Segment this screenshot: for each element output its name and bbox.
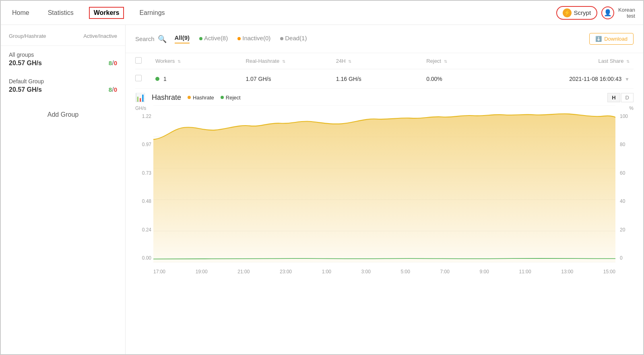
chart-btn-d[interactable]: D: [621, 93, 634, 102]
all-groups-inactive: 0: [114, 60, 117, 66]
chart-legend: Hashrate Reject: [188, 95, 241, 101]
default-group-stats: 20.57 GH/s 8/0: [9, 86, 117, 93]
nav-workers[interactable]: Workers: [89, 7, 124, 19]
lastshare-sort-icon[interactable]: ⇅: [626, 59, 630, 64]
chart-header: 📊 Hashrate Hashrate Reject H D: [135, 93, 634, 102]
nav-earnings[interactable]: Earnings: [136, 8, 168, 18]
active-dot: [199, 37, 202, 40]
row-real-hashrate: 1.07 GH/s: [246, 76, 336, 82]
header-24h[interactable]: 24H ⇅: [336, 58, 426, 64]
row-24h: 1.16 GH/s: [336, 76, 426, 82]
legend-hashrate: Hashrate: [188, 95, 214, 101]
download-button[interactable]: ⬇️ Download: [589, 33, 634, 45]
row-check[interactable]: [135, 75, 151, 83]
tab-active[interactable]: Active(8): [199, 35, 228, 43]
main-content: Search 🔍 All(9) Active(8) Inactive(0) De…: [126, 25, 643, 355]
search-icon[interactable]: 🔍: [158, 35, 167, 43]
legend-reject: Reject: [221, 95, 241, 101]
search-area[interactable]: Search 🔍: [135, 35, 167, 43]
scrypt-label: Scrypt: [574, 9, 591, 16]
scrypt-icon: ⚡: [563, 8, 572, 17]
user-sub: test: [618, 13, 635, 19]
default-group-active-inactive: 8/0: [109, 86, 117, 93]
sidebar-col-active: Active/Inactive: [63, 33, 118, 39]
tab-all[interactable]: All(9): [175, 34, 190, 43]
y-axis-right: 100 80 60 40 20 0: [617, 112, 634, 262]
chart-title: Hashrate: [152, 93, 181, 102]
table-header: Workers ⇅ Real-Hashrate ⇅ 24H ⇅ Reject ⇅…: [135, 53, 634, 69]
sidebar: Group/Hashrate Active/Inactive All group…: [1, 25, 126, 355]
reject-sort-icon[interactable]: ⇅: [444, 59, 447, 64]
filter-bar: Search 🔍 All(9) Active(8) Inactive(0) De…: [126, 25, 643, 53]
header-last-share[interactable]: Last Share ⇅: [494, 58, 634, 64]
nav-home[interactable]: Home: [9, 8, 33, 18]
all-groups-stats: 20.57 GH/s 8/0: [9, 60, 117, 67]
add-group-button[interactable]: Add Group: [9, 107, 117, 122]
chart-unit-right: %: [629, 105, 634, 111]
default-group-inactive: 0: [114, 86, 117, 93]
user-name: Korean: [618, 7, 635, 13]
all-groups-active: 8: [109, 60, 112, 66]
user-avatar[interactable]: 👤: [601, 6, 614, 19]
all-groups-active-inactive: 8/0: [109, 60, 117, 67]
row-dropdown-icon[interactable]: ▼: [625, 76, 630, 82]
nav-right-section: ⚡ Scrypt 👤 Korean test: [556, 6, 635, 20]
chart-unit-left: GH/s: [135, 105, 146, 111]
header-real-hashrate[interactable]: Real-Hashrate ⇅: [246, 58, 336, 64]
hashrate-chart-section: 📊 Hashrate Hashrate Reject H D: [126, 89, 643, 355]
row-worker-name: 1: [151, 76, 246, 82]
row-last-share: 2021-11-08 16:00:43 ▼: [494, 76, 634, 82]
workers-sort-icon[interactable]: ⇅: [178, 59, 181, 64]
sidebar-col-group: Group/Hashrate: [9, 33, 63, 39]
download-label: Download: [604, 36, 627, 42]
all-groups-hashrate: 20.57 GH/s: [9, 60, 42, 67]
chart-area-fill: [153, 114, 615, 262]
chart-time-controls: H D: [607, 93, 634, 102]
tab-dead[interactable]: Dead(1): [280, 35, 307, 43]
sidebar-header: Group/Hashrate Active/Inactive: [1, 33, 125, 46]
row-checkbox[interactable]: [135, 75, 142, 81]
header-workers[interactable]: Workers ⇅: [151, 58, 246, 64]
default-group-label: Default Group: [9, 78, 117, 85]
legend-reject-dot: [221, 96, 224, 99]
legend-hashrate-dot: [188, 96, 191, 99]
chart-bar-icon: 📊: [135, 93, 145, 102]
row-reject: 0.00%: [426, 76, 494, 82]
top-navigation: Home Statistics Workers Earnings ⚡ Scryp…: [1, 1, 643, 25]
chart-svg-wrapper: [153, 105, 615, 262]
chart-area: GH/s % 1.22 0.97 0.73 0.48 0.24 0.00 100…: [135, 105, 634, 275]
select-all-checkbox[interactable]: [135, 57, 142, 64]
header-check[interactable]: [135, 57, 151, 65]
workers-table: Workers ⇅ Real-Hashrate ⇅ 24H ⇅ Reject ⇅…: [126, 53, 643, 89]
download-icon: ⬇️: [595, 36, 602, 42]
legend-hashrate-label: Hashrate: [193, 95, 214, 101]
scrypt-selector[interactable]: ⚡ Scrypt: [556, 6, 598, 20]
legend-reject-label: Reject: [226, 95, 241, 101]
worker-status-dot: [155, 77, 159, 81]
default-group-active: 8: [109, 86, 112, 93]
filter-tabs: All(9) Active(8) Inactive(0) Dead(1): [175, 34, 582, 43]
dead-dot: [280, 37, 283, 40]
search-label: Search: [135, 35, 155, 42]
chart-btn-h[interactable]: H: [607, 93, 620, 102]
user-info: Korean test: [618, 7, 635, 19]
chart-svg: [153, 105, 615, 262]
x-axis: 17:00 19:00 21:00 23:00 1:00 3:00 5:00 7…: [153, 269, 615, 275]
nav-statistics[interactable]: Statistics: [45, 8, 77, 18]
y-axis-left: 1.22 0.97 0.73 0.48 0.24 0.00: [135, 112, 151, 262]
default-group-hashrate: 20.57 GH/s: [9, 86, 42, 93]
sidebar-default-group[interactable]: Default Group 20.57 GH/s 8/0: [1, 72, 125, 99]
inactive-dot: [237, 37, 241, 40]
table-row[interactable]: 1 1.07 GH/s 1.16 GH/s 0.00% 2021-11-08 1…: [135, 69, 634, 89]
tab-inactive[interactable]: Inactive(0): [237, 35, 270, 43]
nav-menu: Home Statistics Workers Earnings: [9, 7, 556, 19]
24h-sort-icon[interactable]: ⇅: [348, 59, 351, 64]
main-layout: Group/Hashrate Active/Inactive All group…: [1, 25, 643, 355]
hashrate-sort-icon[interactable]: ⇅: [282, 59, 285, 64]
header-reject[interactable]: Reject ⇅: [426, 58, 494, 64]
all-groups-label: All groups: [9, 52, 117, 58]
sidebar-all-groups[interactable]: All groups 20.57 GH/s 8/0: [1, 46, 125, 72]
